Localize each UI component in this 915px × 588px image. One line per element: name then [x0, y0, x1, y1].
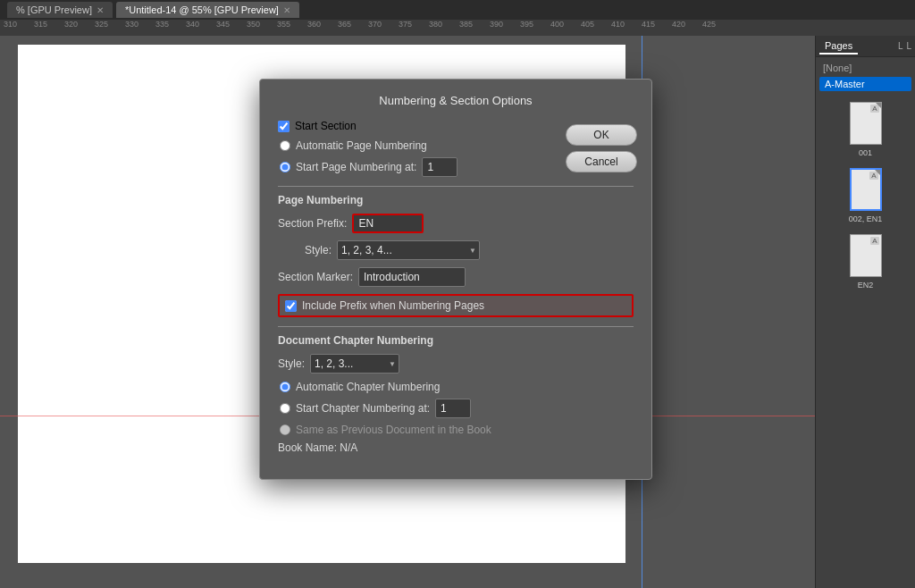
same-prev-doc-label: Same as Previous Document in the Book — [296, 424, 491, 436]
same-prev-doc-radio[interactable] — [280, 424, 290, 435]
start-page-numbering-radio[interactable] — [280, 162, 290, 172]
doc-chapter-heading: Document Chapter Numbering — [278, 334, 634, 347]
chapter-style-label: Style: — [278, 357, 305, 370]
dialog-overlay: Numbering & Section Options OK Cancel St… — [0, 0, 915, 588]
include-prefix-checkbox[interactable] — [285, 300, 297, 312]
start-chapter-number-input[interactable] — [435, 399, 471, 418]
start-section-checkbox[interactable] — [278, 121, 290, 132]
start-section-label: Start Section — [295, 120, 357, 132]
chapter-style-select[interactable]: 1, 2, 3... A, B, C... a, b, c... — [310, 354, 399, 374]
book-name-row: Book Name: N/A — [278, 441, 634, 454]
include-prefix-label: Include Prefix when Numbering Pages — [302, 299, 484, 312]
section-prefix-input[interactable] — [352, 214, 424, 233]
chapter-style-row: Style: 1, 2, 3... A, B, C... a, b, c... — [278, 354, 634, 374]
section-marker-label: Section Marker: — [278, 271, 353, 283]
cancel-button[interactable]: Cancel — [566, 151, 637, 172]
start-page-number-input[interactable] — [422, 157, 458, 177]
section-prefix-label: Section Prefix: — [278, 217, 347, 230]
style-label: Style: — [305, 244, 332, 256]
start-page-numbering-label: Start Page Numbering at: — [296, 161, 416, 173]
section-marker-input[interactable] — [358, 267, 466, 287]
style-select[interactable]: 1, 2, 3, 4... A, B, C, D... a, b, c, d..… — [337, 240, 480, 260]
ok-button[interactable]: OK — [566, 124, 637, 146]
auto-chapter-numbering-label: Automatic Chapter Numbering — [296, 381, 440, 393]
divider-2 — [278, 326, 634, 327]
include-prefix-row: Include Prefix when Numbering Pages — [278, 294, 634, 317]
dialog-buttons: OK Cancel — [566, 124, 637, 172]
auto-chapter-numbering-radio[interactable] — [280, 382, 290, 392]
start-chapter-numbering-row: Start Chapter Numbering at: — [278, 399, 634, 418]
divider-1 — [278, 186, 634, 187]
chapter-style-select-wrapper: 1, 2, 3... A, B, C... a, b, c... — [310, 354, 399, 374]
page-numbering-heading: Page Numbering — [278, 194, 634, 206]
numbering-section-dialog: Numbering & Section Options OK Cancel St… — [259, 79, 652, 480]
auto-page-numbering-radio[interactable] — [280, 140, 290, 151]
auto-page-numbering-label: Automatic Page Numbering — [296, 139, 427, 152]
start-chapter-numbering-radio[interactable] — [280, 403, 290, 414]
dialog-title: Numbering & Section Options — [278, 94, 634, 107]
same-prev-doc-row: Same as Previous Document in the Book — [278, 424, 634, 436]
book-name-label: Book Name: N/A — [278, 441, 357, 454]
style-row: Style: 1, 2, 3, 4... A, B, C, D... a, b,… — [278, 240, 634, 260]
start-chapter-numbering-label: Start Chapter Numbering at: — [296, 402, 430, 415]
section-prefix-row: Section Prefix: — [278, 214, 634, 233]
style-select-wrapper: 1, 2, 3, 4... A, B, C, D... a, b, c, d..… — [337, 240, 480, 260]
auto-chapter-numbering-row: Automatic Chapter Numbering — [278, 381, 634, 393]
section-marker-row: Section Marker: — [278, 267, 634, 287]
